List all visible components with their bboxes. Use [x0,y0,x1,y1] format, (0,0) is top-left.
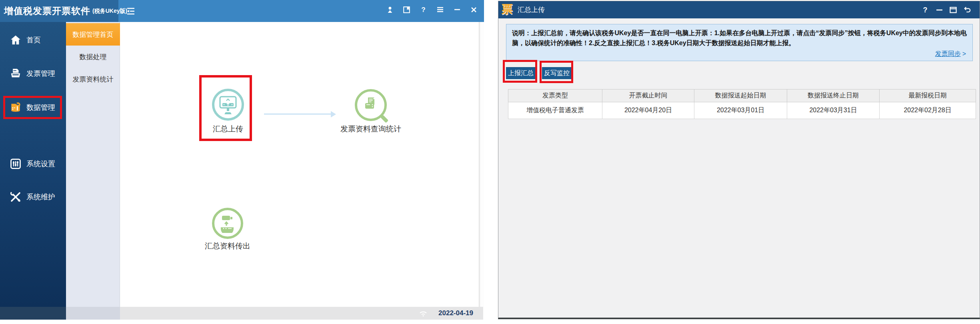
invoice-printer-icon [10,68,22,80]
node-summary-upload[interactable] [212,89,244,121]
scrollbar-track[interactable] [480,22,484,307]
dialog-titlebar: 票 汇总上传 ? [498,1,980,18]
flow-arrow-head [331,111,336,117]
table-header-row: 发票类型 开票截止时间 数据报送起始日期 数据报送终止日期 最新报税日期 [508,89,976,102]
cell-issue-deadline: 2022年04月20日 [602,102,694,119]
node-label-summary-export[interactable]: 汇总资料传出 [205,241,250,251]
desktop: { "app": { "title": "增值税发票开票软件", "subtit… [0,0,980,324]
dialog-title: 汇总上传 [518,1,545,18]
sidebar-item-label: 系统设置 [26,159,55,169]
wifi-icon [418,310,428,318]
data-folder-icon [10,101,22,113]
flow-arrow-line [264,113,331,115]
invoice-logo-icon: 票 [502,3,513,16]
minimize-icon[interactable] [936,6,943,14]
col-invoice-type: 发票类型 [508,89,602,102]
sidebar-item-data-management[interactable]: 数据管理 [0,99,66,116]
main-window-controls: ? [386,4,477,15]
sidebar-item-label: 系统维护 [26,192,55,202]
statusbar-sidebar-segment [0,307,66,320]
close-icon[interactable] [470,6,477,13]
notice-text: 说明：上报汇总前，请先确认该税务UKey是否一直在同一电脑上开票：1.如果在多台… [512,28,967,48]
sidebar-item-system-maintenance[interactable]: 系统维护 [0,188,66,206]
sidebar-item-label: 数据管理 [26,103,55,112]
app-subtitle: (税务UKey版) [92,8,127,15]
minimize-icon[interactable] [454,6,460,13]
sidebar-item-invoice-management[interactable]: 发票管理 [0,65,66,82]
cell-invoice-type: 增值税电子普通发票 [508,102,602,119]
node-summary-export[interactable] [212,208,243,239]
invoice-sync-link-label[interactable]: 发票同步 [935,50,961,57]
node-label-summary-upload[interactable]: 汇总上传 [212,124,244,134]
dialog-window-controls: ? [922,1,971,18]
cell-report-start-date: 2022年03月01日 [694,102,787,119]
cell-report-end-date: 2022年03月31日 [787,102,880,119]
maximize-icon[interactable] [950,6,957,14]
statusbar [120,307,483,320]
sidebar-item-home[interactable]: 首页 [0,31,66,49]
submenu-item-label: 发票资料统计 [73,75,114,84]
statusbar-submenu-segment [66,307,120,320]
home-icon [10,34,22,46]
collapse-sidebar-icon[interactable] [126,8,135,15]
col-latest-tax-date: 最新报税日期 [880,89,976,102]
help-icon[interactable]: ? [922,6,929,14]
sliders-icon [10,158,22,170]
col-report-start-date: 数据报送起始日期 [694,89,787,102]
main-titlebar: 增值税发票开票软件 (税务UKey版) ? [0,0,484,22]
magnifier-handle [380,115,389,123]
summary-upload-dialog: 票 汇总上传 ? 说明：上报汇总前，请先确认该税务UKey是否一直在同一电脑上开… [498,1,980,319]
search-documents-icon [361,95,381,115]
report-summary-button[interactable]: 上报汇总 [506,67,536,79]
app-title: 增值税发票开票软件 [4,5,90,17]
sidebar-item-label: 首页 [26,35,41,45]
user-icon[interactable] [386,6,393,13]
bookmark-icon[interactable] [403,6,410,13]
col-report-end-date: 数据报送终止日期 [787,89,880,102]
submenu-item-label: 数据管理首页 [73,30,114,39]
back-icon[interactable] [964,6,971,14]
notice-panel: 说明：上报汇总前，请先确认该税务UKey是否一直在同一电脑上开票：1.如果在多台… [506,24,973,61]
content-canvas: 汇总上传 发票资料查询统计 [120,22,479,307]
invoice-sync-link[interactable]: 发票同步> [935,50,966,58]
menu-icon[interactable] [437,6,444,13]
tools-icon [10,191,22,203]
help-icon[interactable]: ? [420,6,427,13]
export-device-icon [218,214,237,233]
writeback-monitor-button[interactable]: 反写监控 [542,67,572,79]
monitor-upload-icon [218,93,238,116]
submenu-item-data-home[interactable]: 数据管理首页 [66,23,120,46]
sidebar-item-system-settings[interactable]: 系统设置 [0,155,66,173]
report-table: 发票类型 开票截止时间 数据报送起始日期 数据报送终止日期 最新报税日期 增值税… [508,89,976,119]
status-date: 2022-04-19 [438,309,473,317]
sidebar: 首页 发票管理 数据管理 [0,22,66,307]
chevron-right-icon: > [962,50,966,58]
submenu-item-label: 数据处理 [80,52,107,62]
node-label-invoice-query-statistics[interactable]: 发票资料查询统计 [339,124,403,134]
sidebar-item-label: 发票管理 [26,69,55,78]
submenu-item-data-processing[interactable]: 数据处理 [66,46,120,68]
app-brand: 增值税发票开票软件 (税务UKey版) [0,0,118,22]
cell-latest-tax-date: 2022年02月28日 [880,102,976,119]
col-issue-deadline: 开票截止时间 [602,89,694,102]
submenu-item-invoice-statistics[interactable]: 发票资料统计 [66,68,120,90]
submenu: 数据管理首页 数据处理 发票资料统计 [66,22,120,307]
table-row[interactable]: 增值税电子普通发票 2022年04月20日 2022年03月01日 2022年0… [508,102,976,119]
main-window: 增值税发票开票软件 (税务UKey版) ? [0,0,484,320]
